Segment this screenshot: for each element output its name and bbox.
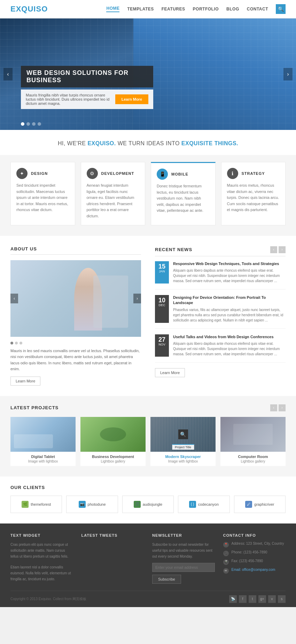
about-prev-arrow[interactable]: ‹: [10, 294, 18, 303]
newsletter-email-input[interactable]: [152, 563, 215, 572]
client-graphicriver[interactable]: 🖊 graphicriver: [234, 496, 286, 513]
news-day-1: 15: [158, 263, 166, 270]
news-arrows: ‹ ›: [270, 246, 286, 253]
projects-next-arrow[interactable]: ›: [279, 404, 286, 411]
news-body-2: Designing For Device Orientation: From P…: [173, 295, 286, 323]
news-next-arrow[interactable]: ›: [279, 246, 286, 253]
client-themeforest[interactable]: 🌿 themeforest: [10, 496, 62, 513]
about-next-arrow[interactable]: ›: [133, 294, 141, 303]
hero-prev-arrow[interactable]: ‹: [3, 68, 13, 80]
news-month-3: NOV: [158, 343, 166, 346]
hero-slider: ‹ WEB DESIGN SOLUTIONS FOR BUSINESS Maur…: [0, 18, 296, 130]
search-button[interactable]: 🔍: [276, 4, 286, 14]
news-learn-more-button[interactable]: Learn More: [155, 368, 185, 377]
feature-mobile-text: Donec tristique fermentum lectus, eu tin…: [157, 183, 210, 214]
feature-strategy-header: ℹ STRATEGY: [227, 168, 280, 179]
footer-tweets: LATEST TWEETS: [81, 533, 144, 584]
news-day-2: 10: [158, 297, 166, 303]
intro-brand2: EXQUISITE THINGS.: [181, 140, 238, 146]
contact-address: 📍 Address: 123 Street, City, Country: [223, 542, 286, 548]
about-dot-3[interactable]: [20, 342, 22, 344]
hero-dot-2[interactable]: [26, 122, 30, 126]
news-headline-1: Responsive Web Design Techniques, Tools …: [173, 261, 286, 266]
project-type-3: Image with lightbox: [153, 459, 213, 463]
social-facebook[interactable]: f: [239, 595, 247, 603]
projects-grid: Digital Tablet Image with lightbox Busin…: [10, 417, 286, 466]
nav-contact[interactable]: CONTACT: [247, 7, 268, 11]
hero-description: Mauris fringilla nibh vitae turpis rhonc…: [21, 90, 153, 109]
social-skype[interactable]: s: [278, 595, 286, 603]
projects-prev-arrow[interactable]: ‹: [270, 404, 277, 411]
tweets-title: LATEST TWEETS: [81, 533, 144, 537]
intro-brand1: EXQUISO.: [87, 140, 116, 146]
feature-strategy-title: STRATEGY: [242, 171, 265, 176]
feature-mobile-header: 📱 MOBILE: [157, 169, 210, 180]
project-type-2: Lightbox gallery: [83, 459, 143, 463]
clients-section: OUR CLIENTS 🌿 themeforest 📷 photodune 🎵 …: [0, 476, 296, 523]
hero-learn-more-button[interactable]: Learn More: [115, 94, 148, 104]
contact-fax: 📠 Fax: (123) 456-7890: [223, 559, 286, 565]
news-day-3: 27: [158, 336, 166, 343]
text-widget-title: TEXT WIDGET: [10, 533, 73, 537]
contact-info-title: CONTACT INFO: [223, 533, 286, 537]
news-prev-arrow[interactable]: ‹: [270, 246, 277, 253]
social-twitter[interactable]: t: [249, 595, 256, 603]
news-text-1: Aliquam quis libero dapibus ante rhoncus…: [173, 268, 286, 284]
about-text: Mauris in leo sed mauris convallis ornar…: [10, 348, 141, 372]
newsletter-subscribe-button[interactable]: Subscribe: [152, 575, 181, 584]
feature-design-header: ✦ DESIGN: [16, 168, 69, 179]
photodune-label: photodune: [88, 502, 106, 506]
hero-next-arrow[interactable]: ›: [283, 68, 293, 80]
about-column: ABOUT US ‹ › Mauris in leo sed mauris co…: [10, 246, 141, 386]
hero-content: WEB DESIGN SOLUTIONS FOR BUSINESS Mauris…: [21, 66, 153, 109]
clients-grid: 🌿 themeforest 📷 photodune 🎵 audiojungle …: [10, 496, 286, 513]
social-vimeo[interactable]: v: [268, 595, 276, 603]
design-icon: ✦: [16, 168, 28, 179]
feature-development-header: ⚙ DEVELOPMENT: [87, 168, 140, 179]
nav-portfolio[interactable]: PORTFOLIO: [193, 7, 219, 11]
nav-features[interactable]: FEATURES: [162, 7, 185, 11]
footer-contact: CONTACT INFO 📍 Address: 123 Street, City…: [223, 533, 286, 584]
hero-dot-1[interactable]: [21, 122, 24, 126]
nav-home[interactable]: HOME: [106, 6, 119, 12]
feature-design: ✦ DESIGN Sed tincidunt imperdiet sollici…: [10, 162, 75, 225]
footer: TEXT WIDGET Cras pretium elit quis nunc …: [0, 523, 296, 607]
feature-development-title: DEVELOPMENT: [101, 171, 134, 176]
footer-text-widget: TEXT WIDGET Cras pretium elit quis nunc …: [10, 533, 73, 584]
about-slider: ‹ ›: [10, 260, 141, 337]
feature-strategy-text: Mauris eros metus, rhoncus vitae dictum …: [227, 183, 280, 213]
contact-phone: 📞 Phone: (123) 456-7890: [223, 550, 286, 556]
feature-strategy: ℹ STRATEGY Mauris eros metus, rhoncus vi…: [221, 162, 286, 225]
about-dots: [10, 342, 141, 344]
social-rss[interactable]: 📡: [229, 595, 237, 603]
audiojungle-icon: 🎵: [134, 501, 141, 508]
features-grid: ✦ DESIGN Sed tincidunt imperdiet sollici…: [10, 162, 286, 225]
news-text-3: Aliquam quis libero dapibus ante rhoncus…: [173, 341, 286, 357]
client-codecanyon[interactable]: { } codecanyon: [178, 496, 229, 513]
about-learn-more-button[interactable]: Learn More: [10, 377, 40, 386]
contact-email-link[interactable]: Email: office@company.com: [232, 568, 275, 572]
project-thumb-4: [220, 417, 286, 452]
hero-dot-3[interactable]: [32, 122, 36, 126]
social-google[interactable]: g+: [258, 595, 266, 603]
news-text-2: Phasellus varius, filis ac ullamcorper a…: [173, 307, 286, 323]
nav-templates[interactable]: TEMPLATES: [127, 7, 154, 11]
client-audiojungle[interactable]: 🎵 audiojungle: [122, 496, 174, 513]
project-item-1: Digital Tablet Image with lightbox: [10, 417, 76, 466]
news-body-1: Responsive Web Design Techniques, Tools …: [173, 261, 286, 284]
about-dot-2[interactable]: [15, 342, 18, 344]
project-type-4: Lightbox gallery: [223, 459, 283, 463]
nav-blog[interactable]: BLOG: [226, 7, 239, 11]
address-icon: 📍: [223, 542, 229, 548]
news-body-3: Useful Talks and Videos from Web Design …: [173, 334, 286, 357]
copyright-text: Copyright © 2013 Exquiso. Collect from 网…: [10, 597, 86, 602]
hero-title: WEB DESIGN SOLUTIONS FOR BUSINESS: [21, 66, 153, 87]
client-photodune[interactable]: 📷 photodune: [66, 496, 118, 513]
hero-dot-4[interactable]: [38, 122, 41, 126]
contact-phone-text: Phone: (123) 456-7890: [232, 550, 267, 554]
news-date-2: 10 DEC: [155, 295, 169, 323]
about-dot-1[interactable]: [10, 342, 13, 344]
themeforest-icon: 🌿: [22, 501, 29, 508]
news-header: RECENT NEWS ‹ ›: [155, 246, 286, 256]
projects-header: LATEST PROJECTS ‹ ›: [10, 404, 286, 411]
